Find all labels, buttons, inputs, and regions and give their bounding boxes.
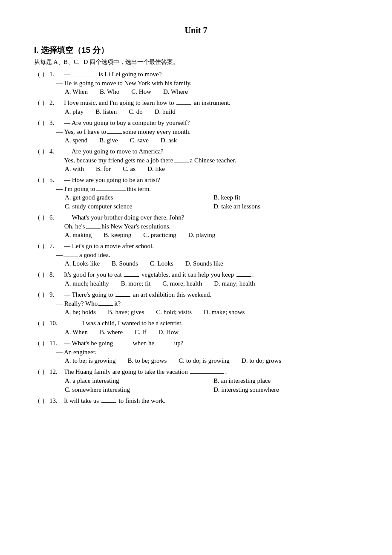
paren-6-close: ）: [42, 214, 49, 222]
q5-options: A. get good grades B. keep fit C. study …: [34, 194, 358, 210]
paren-6: （: [34, 214, 42, 222]
question-9: （ ） 9. — There's going to an art exhibit…: [34, 291, 358, 316]
q13-num: 13.: [49, 397, 64, 405]
paren-5-close: ）: [42, 176, 49, 184]
q5-answer: — I'm going to this term.: [34, 185, 358, 193]
paren-11-close: ）: [42, 339, 49, 347]
paren-7: （: [34, 242, 42, 250]
question-10: （ ） 10. I was a child, I wanted to be a …: [34, 319, 358, 336]
q10-num: 10.: [49, 320, 64, 327]
q2-options: A. play B. listen C. do D. build: [34, 108, 358, 116]
page-title: Unit 7: [34, 26, 358, 35]
paren-4-close: ）: [42, 147, 49, 156]
q3-text: — Are you going to buy a computer by you…: [64, 119, 358, 127]
paren-11: （: [34, 339, 42, 347]
paren-8-close: ）: [42, 271, 49, 279]
paren-2: （: [34, 99, 42, 107]
paren-13-close: ）: [42, 397, 49, 405]
q11-num: 11.: [49, 340, 64, 347]
q4-text: — Are you going to move to America?: [64, 148, 358, 155]
q5-text: — How are you going to be an artist?: [64, 176, 358, 184]
q6-answer: — Oh, he's his New Year's resolutions.: [34, 223, 358, 230]
paren-3: （: [34, 119, 42, 127]
instruction: 从每题 A、B、C、D 四个选项中，选出一个最佳答案。: [34, 58, 358, 66]
q8-text: It's good for you to eat vegetables, and…: [64, 271, 358, 278]
q7-options: A. Looks like B. Sounds C. Looks D. Soun…: [34, 260, 358, 267]
q11-text: — What's he going when he up?: [64, 340, 358, 347]
q7-num: 7.: [49, 243, 64, 250]
q1-num: 1.: [49, 71, 64, 78]
q4-options: A. with B. for C. as D. like: [34, 165, 358, 173]
q5-num: 5.: [49, 176, 64, 184]
question-2: （ ） 2. I love music, and I'm going to le…: [34, 99, 358, 116]
q1-answer: — He is going to move to New York with h…: [34, 80, 358, 87]
q9-options: A. be; holds B. have; gives C. hold; vis…: [34, 309, 358, 316]
q12-options: A. a place interesting B. an interesting…: [34, 377, 358, 393]
question-8: （ ） 8. It's good for you to eat vegetabl…: [34, 271, 358, 287]
paren-9: （: [34, 291, 42, 299]
q3-answer: — Yes, so I have to some money every mon…: [34, 128, 358, 136]
q7-text: — Let's go to a movie after school.: [64, 243, 358, 250]
question-7: （ ） 7. — Let's go to a movie after schoo…: [34, 242, 358, 267]
paren-5: （: [34, 176, 42, 184]
q6-text: — What's your brother doing over there, …: [64, 214, 358, 221]
q3-options: A. spend B. give C. save D. ask: [34, 137, 358, 144]
q11-answer: — An engineer.: [34, 349, 358, 356]
q4-num: 4.: [49, 148, 64, 155]
paren-13: （: [34, 397, 42, 405]
question-4: （ ） 4. — Are you going to move to Americ…: [34, 147, 358, 173]
paren-1: （: [34, 70, 42, 78]
question-13: （ ） 13. It will take us to finish the wo…: [34, 397, 358, 405]
q2-num: 2.: [49, 99, 64, 107]
section-title: I. 选择填空（15 分）: [34, 45, 358, 56]
q13-text: It will take us to finish the work.: [64, 397, 358, 405]
question-11: （ ） 11. — What's he going when he up? — …: [34, 339, 358, 364]
question-12: （ ） 12. The Huang family are going to ta…: [34, 368, 358, 393]
question-6: （ ） 6. — What's your brother doing over …: [34, 214, 358, 239]
q1-text: — is Li Lei going to move?: [64, 71, 358, 78]
paren-12: （: [34, 368, 42, 376]
q9-text: — There's going to an art exhibition thi…: [64, 291, 358, 298]
paren-10-close: ）: [42, 319, 49, 327]
q2-text: I love music, and I'm going to learn how…: [64, 99, 358, 107]
q6-num: 6.: [49, 214, 64, 221]
q10-options: A. When B. where C. If D. How: [34, 329, 358, 336]
q3-num: 3.: [49, 119, 64, 127]
q12-num: 12.: [49, 368, 64, 376]
question-3: （ ） 3. — Are you going to buy a computer…: [34, 119, 358, 144]
q9-answer: — Really? Who it?: [34, 300, 358, 307]
paren-1-close: ）: [42, 70, 49, 78]
paren-2-close: ）: [42, 99, 49, 107]
question-5: （ ） 5. — How are you going to be an arti…: [34, 176, 358, 210]
paren-8: （: [34, 271, 42, 279]
paren-10: （: [34, 319, 42, 327]
q8-options: A. much; healthy B. more; fit C. more; h…: [34, 280, 358, 287]
paren-12-close: ）: [42, 368, 49, 376]
paren-3-close: ）: [42, 119, 49, 127]
q7-answer: — a good idea.: [34, 251, 358, 259]
q12-text: The Huang family are going to take the v…: [64, 368, 358, 376]
paren-4: （: [34, 147, 42, 156]
q10-text: I was a child, I wanted to be a scientis…: [64, 320, 358, 327]
q4-answer: — Yes, because my friend gets me a job t…: [34, 157, 358, 164]
question-1: （ ） 1. — is Li Lei going to move? — He i…: [34, 70, 358, 95]
q1-options: A. When B. Who C. How D. Where: [34, 88, 358, 95]
q9-num: 9.: [49, 291, 64, 298]
q11-options: A. to be; is growing B. to be; grows C. …: [34, 357, 358, 364]
q6-options: A. making B. keeping C. practicing D. pl…: [34, 231, 358, 239]
q8-num: 8.: [49, 271, 64, 278]
paren-7-close: ）: [42, 242, 49, 250]
paren-9-close: ）: [42, 291, 49, 299]
